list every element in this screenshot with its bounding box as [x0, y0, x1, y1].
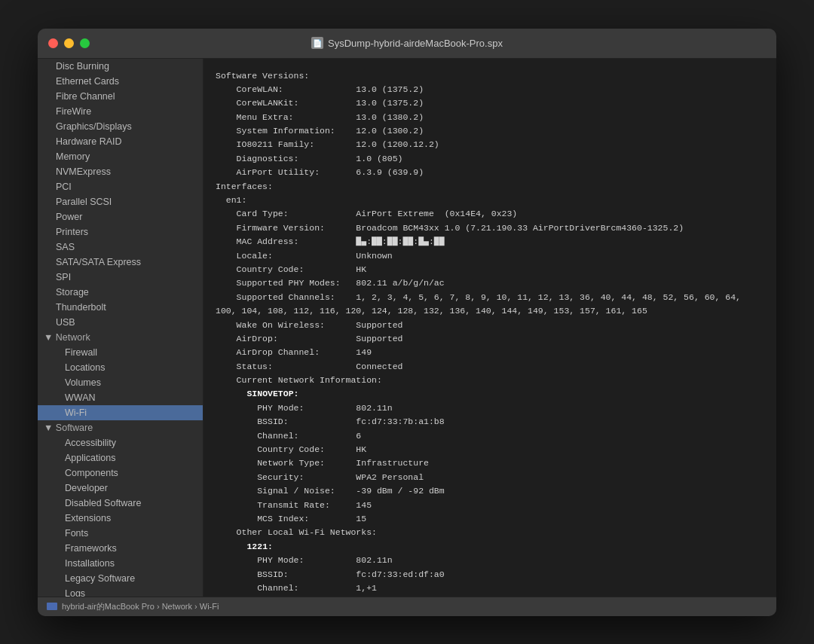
sidebar-item-firewall[interactable]: Firewall [38, 345, 203, 360]
sidebar-item-disc-burning[interactable]: Disc Burning [38, 59, 203, 74]
sidebar-item-firewire[interactable]: FireWire [38, 104, 203, 119]
sidebar-item-applications[interactable]: Applications [38, 450, 203, 465]
sidebar-item-printers[interactable]: Printers [38, 224, 203, 240]
sidebar-item-accessibility[interactable]: Accessibility [38, 435, 203, 450]
sidebar-item-wifi[interactable]: Wi-Fi [38, 405, 203, 420]
traffic-lights [48, 38, 90, 48]
sidebar-item-ethernet-cards[interactable]: Ethernet Cards [38, 74, 203, 89]
sidebar-item-locations[interactable]: Locations [38, 360, 203, 375]
close-button[interactable] [48, 38, 58, 48]
sidebar-item-software[interactable]: ▼ Software [38, 420, 203, 435]
titlebar: 📄 SysDump-hybrid-airdeMacBook-Pro.spx [38, 29, 776, 59]
computer-icon [47, 603, 57, 610]
sidebar-item-volumes[interactable]: Volumes [38, 375, 203, 390]
sidebar-item-sas[interactable]: SAS [38, 240, 203, 255]
sidebar-item-storage[interactable]: Storage [38, 285, 203, 300]
breadcrumb: hybrid-air的MacBook Pro › Network › Wi-Fi [47, 601, 219, 612]
sidebar-item-nvmexpress[interactable]: NVMExpress [38, 164, 203, 179]
sidebar-item-parallel-scsi[interactable]: Parallel SCSI [38, 194, 203, 209]
sidebar-item-usb[interactable]: USB [38, 315, 203, 330]
content-text: Software Versions: CoreWLAN: 13.0 (1375.… [216, 69, 764, 597]
main-area: Disc BurningEthernet CardsFibre ChannelF… [38, 59, 776, 597]
main-window: 📄 SysDump-hybrid-airdeMacBook-Pro.spx Di… [38, 29, 776, 616]
file-icon: 📄 [311, 37, 323, 49]
minimize-button[interactable] [64, 38, 74, 48]
sidebar-item-extensions[interactable]: Extensions [38, 511, 203, 526]
sidebar-item-disabled-software[interactable]: Disabled Software [38, 496, 203, 511]
sidebar-item-installations[interactable]: Installations [38, 556, 203, 571]
sidebar-item-spi[interactable]: SPI [38, 270, 203, 285]
sidebar-item-graphics-displays[interactable]: Graphics/Displays [38, 119, 203, 134]
sidebar-item-pci[interactable]: PCI [38, 179, 203, 194]
sidebar-item-fonts[interactable]: Fonts [38, 526, 203, 541]
content-area[interactable]: Software Versions: CoreWLAN: 13.0 (1375.… [204, 59, 776, 597]
maximize-button[interactable] [80, 38, 90, 48]
sidebar-item-components[interactable]: Components [38, 465, 203, 481]
sidebar-item-logs[interactable]: Logs [38, 586, 203, 597]
sidebar-item-thunderbolt[interactable]: Thunderbolt [38, 300, 203, 315]
sidebar-item-power[interactable]: Power [38, 209, 203, 224]
sidebar-item-sata-express[interactable]: SATA/SATA Express [38, 255, 203, 270]
sidebar[interactable]: Disc BurningEthernet CardsFibre ChannelF… [38, 59, 204, 597]
sidebar-item-hardware-raid[interactable]: Hardware RAID [38, 134, 203, 149]
sidebar-item-fibre-channel[interactable]: Fibre Channel [38, 89, 203, 104]
statusbar: hybrid-air的MacBook Pro › Network › Wi-Fi [38, 597, 776, 616]
sidebar-item-legacy-software[interactable]: Legacy Software [38, 571, 203, 586]
sidebar-item-network[interactable]: ▼ Network [38, 330, 203, 345]
sidebar-item-wwan[interactable]: WWAN [38, 390, 203, 405]
sidebar-item-developer[interactable]: Developer [38, 481, 203, 496]
sidebar-item-memory[interactable]: Memory [38, 149, 203, 164]
window-title: 📄 SysDump-hybrid-airdeMacBook-Pro.spx [311, 37, 503, 49]
sidebar-item-frameworks[interactable]: Frameworks [38, 541, 203, 556]
